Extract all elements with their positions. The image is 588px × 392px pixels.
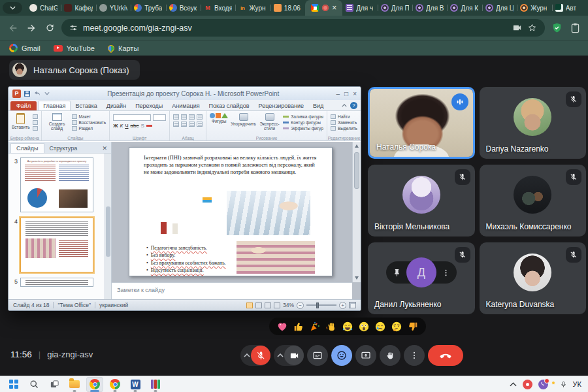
taskbar-search-button[interactable] <box>25 377 42 392</box>
align-right-icon[interactable] <box>189 122 195 127</box>
align-left-icon[interactable] <box>173 122 179 127</box>
spacing-icon[interactable] <box>197 114 203 120</box>
indent-icon[interactable] <box>189 114 195 120</box>
strikethrough-button[interactable]: abc <box>131 123 139 129</box>
browser-tab[interactable]: Для Ц <box>482 0 517 16</box>
shape-fill-button[interactable]: Заливка фигуры <box>283 114 323 119</box>
reaction-face-with-tears-of-joy-icon[interactable] <box>342 321 353 333</box>
reaction-clapping-hands-icon[interactable] <box>325 321 337 333</box>
shape-outline-button[interactable]: Контур фигуры <box>283 120 323 125</box>
slideshow-view-button[interactable] <box>274 302 280 308</box>
powerpoint-titlebar[interactable]: P Презентація до проекту Сорока Н. - Mic… <box>8 87 361 100</box>
participant-tile[interactable]: Kateryna Duvanska <box>480 242 587 314</box>
ribbon-tab-file[interactable]: Файл <box>10 101 37 110</box>
zoom-out-button[interactable]: − <box>297 302 304 309</box>
word-taskbar-button[interactable]: W <box>127 377 144 392</box>
recorder-tray-icon[interactable] <box>523 380 532 389</box>
bold-button[interactable]: Ж <box>113 123 118 129</box>
panel-tab-slides[interactable]: Слайды <box>10 143 44 153</box>
clipboard-extension-icon[interactable] <box>568 22 581 35</box>
language-indicator[interactable]: украинский <box>99 302 128 308</box>
tray-expand-chevron-icon[interactable] <box>510 382 517 387</box>
ribbon-tab-home[interactable]: Главная <box>38 101 71 110</box>
undo-icon[interactable] <box>33 90 41 97</box>
arrange-button[interactable]: Упорядочить <box>231 113 256 135</box>
mic-button-muted[interactable] <box>251 346 270 365</box>
reset-button[interactable]: Восстановить <box>72 120 106 125</box>
browser-tab[interactable]: Для В <box>412 0 447 16</box>
quick-styles-button[interactable]: Экспресс-стили <box>259 113 280 135</box>
panel-close-icon[interactable]: ✕ <box>98 145 111 153</box>
layout-button[interactable]: Макет <box>72 114 106 119</box>
font-color-icon[interactable] <box>146 125 152 127</box>
replace-button[interactable]: Заменить <box>331 120 357 125</box>
slide-thumbnail-5[interactable] <box>20 278 93 287</box>
language-switcher[interactable]: УК <box>573 380 581 388</box>
reading-view-button[interactable] <box>265 302 271 308</box>
viber-tray-icon[interactable] <box>538 380 548 389</box>
cut-icon[interactable] <box>33 114 38 119</box>
maximize-button[interactable]: □ <box>344 90 348 97</box>
browser-tab[interactable]: Кафед <box>61 0 95 16</box>
camera-permission-icon[interactable] <box>512 23 522 33</box>
font-name-select[interactable] <box>113 114 151 121</box>
redo-icon[interactable] <box>43 90 50 97</box>
select-button[interactable]: Выделить <box>331 126 357 131</box>
tab-search-button[interactable] <box>3 2 22 14</box>
slide-sorter-view-button[interactable] <box>255 302 262 308</box>
help-icon[interactable]: ? <box>350 102 357 109</box>
browser-tab[interactable]: ChatG <box>26 0 61 16</box>
new-slide-button[interactable]: Создать слайд <box>45 113 69 135</box>
participant-tile[interactable]: Д Данил Лукьяненко <box>368 242 475 314</box>
browser-tab[interactable]: 18.06 <box>270 0 305 16</box>
chrome-taskbar-button-2[interactable] <box>106 377 123 392</box>
participant-tile[interactable]: Вікторія Мельникова <box>368 165 475 237</box>
pin-icon[interactable] <box>393 269 401 277</box>
zoom-slider[interactable] <box>306 304 336 306</box>
zoom-in-button[interactable]: + <box>339 302 346 309</box>
reaction-thinking-face-icon[interactable] <box>391 321 402 333</box>
minimize-button[interactable]: – <box>336 90 340 97</box>
reaction-thumbs-up-icon[interactable] <box>293 321 304 333</box>
browser-tab[interactable]: Для ч <box>342 0 377 16</box>
file-explorer-button[interactable] <box>66 377 83 392</box>
more-options-icon[interactable] <box>442 269 450 277</box>
minimize-ribbon-icon[interactable] <box>342 104 347 107</box>
justify-icon[interactable] <box>197 122 203 127</box>
browser-tab[interactable]: MВходя <box>201 0 235 16</box>
more-options-button[interactable] <box>404 345 425 366</box>
ribbon-tab-animations[interactable]: Анимация <box>167 101 204 110</box>
captions-button[interactable] <box>307 345 328 366</box>
leave-call-button[interactable] <box>428 345 463 366</box>
forward-button[interactable] <box>25 22 38 35</box>
raise-hand-button[interactable] <box>380 345 400 366</box>
mic-options-chevron-icon[interactable] <box>244 353 250 357</box>
numbering-icon[interactable] <box>181 114 187 120</box>
shape-effects-button[interactable]: Эффекты фигур <box>283 126 323 131</box>
editor-scrollbar[interactable] <box>352 142 361 282</box>
notes-pane[interactable]: Заметки к слайду <box>112 282 352 301</box>
chrome-taskbar-button-active[interactable] <box>86 377 103 392</box>
browser-tab[interactable]: Для П <box>378 0 412 16</box>
browser-tab[interactable]: Журн <box>517 0 551 16</box>
panel-tab-outline[interactable]: Структура <box>44 144 83 153</box>
back-button[interactable] <box>7 22 20 35</box>
camera-options-chevron-icon[interactable] <box>277 353 284 357</box>
ribbon-tab-review[interactable]: Рецензирование <box>254 101 309 110</box>
close-button[interactable]: × <box>353 90 357 97</box>
slide-editor[interactable]: Інтернати (ПНІ) зазвичай розраховані на … <box>112 142 361 301</box>
font-size-select[interactable] <box>153 114 166 121</box>
site-info-icon[interactable] <box>69 24 78 32</box>
bookmark-maps[interactable]: Карты <box>108 44 139 52</box>
format-painter-icon[interactable] <box>33 126 38 131</box>
start-button[interactable] <box>5 377 22 392</box>
ribbon-tab-design[interactable]: Дизайн <box>102 101 131 110</box>
participant-tile[interactable]: Михаэль Комиссаренко <box>480 165 587 237</box>
participant-tile[interactable]: Наталья Сорока <box>368 87 475 159</box>
shadow-button[interactable]: S <box>140 123 144 129</box>
panel-scrollbar[interactable] <box>105 154 111 301</box>
ribbon-tab-view[interactable]: Вид <box>308 101 328 110</box>
paste-button[interactable]: Вставить <box>12 113 30 135</box>
section-button[interactable]: Раздел <box>72 126 106 131</box>
normal-view-button[interactable] <box>246 302 253 308</box>
